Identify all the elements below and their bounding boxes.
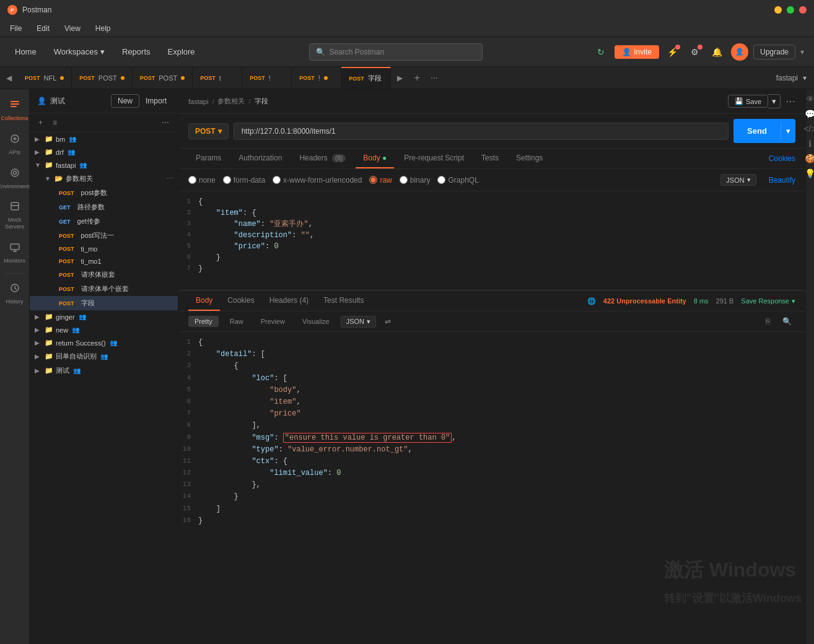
nav-monitors[interactable]: Monitors <box>1 237 28 269</box>
tab-back-button[interactable]: ◀ <box>0 67 17 89</box>
folder-more-button[interactable]: ⋯ <box>166 175 173 183</box>
request-body-single[interactable]: POST 请求体单个嵌套 <box>30 282 178 296</box>
resp-tab-body[interactable]: Body <box>188 291 220 311</box>
cookies-link[interactable]: Cookies <box>769 154 795 163</box>
minimize-button[interactable] <box>774 6 782 14</box>
new-button[interactable]: New <box>111 94 139 108</box>
save-dropdown-button[interactable]: ▾ <box>768 94 781 108</box>
request-body-nested[interactable]: POST 请求体嵌套 <box>30 268 178 282</box>
request-post-method1[interactable]: POST post写法一 <box>30 228 178 243</box>
tab-authorization[interactable]: Authorization <box>231 149 289 168</box>
menu-edit[interactable]: Edit <box>34 23 52 34</box>
format-preview[interactable]: Preview <box>255 316 291 327</box>
menu-help[interactable]: Help <box>93 23 113 34</box>
import-button[interactable]: Import <box>142 94 170 108</box>
tab-add-button[interactable]: + <box>408 67 426 89</box>
request-field[interactable]: POST 字段 <box>30 296 178 310</box>
tab-body[interactable]: Body ● <box>356 149 394 168</box>
request-post-params[interactable]: POST post参数 <box>30 186 178 200</box>
upgrade-button[interactable]: Upgrade <box>753 45 795 59</box>
nav-environments[interactable]: Environments <box>1 162 28 195</box>
tab-more-button[interactable]: ⋯ <box>426 67 443 89</box>
option-form-data[interactable]: form-data <box>223 176 265 185</box>
format-visualize[interactable]: Visualize <box>296 316 336 327</box>
option-binary[interactable]: binary <box>400 176 431 185</box>
tab-headers[interactable]: Headers (8) <box>292 149 353 168</box>
right-sidebar-bulb-icon[interactable]: 💡 <box>805 168 814 178</box>
menu-view[interactable]: View <box>62 23 83 34</box>
resp-tab-cookies[interactable]: Cookies <box>220 291 261 311</box>
resp-tab-headers[interactable]: Headers (4) <box>262 291 316 311</box>
send-main-button[interactable]: Send <box>733 123 781 139</box>
right-sidebar-info-icon[interactable]: ℹ <box>808 139 812 149</box>
collection-auto[interactable]: ▶ 📁 回单自动识别 👥 <box>30 349 178 363</box>
tab-post-1[interactable]: POST POST <box>72 67 132 89</box>
tab-params[interactable]: Params <box>188 149 229 168</box>
url-input[interactable] <box>234 123 729 140</box>
right-sidebar-cookie-icon[interactable]: 🍪 <box>805 154 814 163</box>
filter-button[interactable]: ≡ <box>49 117 61 128</box>
tab-nfl[interactable]: POST NFL <box>17 67 72 89</box>
resp-json-select[interactable]: JSON ▾ <box>341 316 376 328</box>
menu-file[interactable]: File <box>7 23 24 34</box>
collection-fastapi[interactable]: ▼ 📁 fastapi 👥 <box>30 159 178 172</box>
right-sidebar-code-icon[interactable]: </> <box>803 124 814 134</box>
breadcrumb-fastapi[interactable]: fastapi <box>188 98 208 105</box>
search-bar[interactable]: 🔍 Search Postman <box>309 43 483 61</box>
nav-collections[interactable]: Collections <box>1 94 28 127</box>
nav-reports[interactable]: Reports <box>117 45 155 59</box>
nav-mock-servers[interactable]: Mock Servers <box>1 196 28 235</box>
option-raw[interactable]: raw <box>369 176 392 185</box>
option-urlencoded[interactable]: x-www-form-urlencoded <box>273 176 362 185</box>
nav-history[interactable]: History <box>1 277 28 310</box>
workspace-selector[interactable]: fastapi ▾ <box>769 74 814 82</box>
settings-button[interactable]: ⚙ <box>686 43 704 61</box>
folder-params[interactable]: ▼ 📂 参数相关 ⋯ <box>30 172 178 186</box>
request-get-params[interactable]: GET get传参 <box>30 214 178 228</box>
tab-forward-button[interactable]: ▶ <box>391 67 408 89</box>
resp-copy-button[interactable]: ⎘ <box>762 315 774 328</box>
save-response-button[interactable]: Save Response ▾ <box>741 297 795 305</box>
nav-apis[interactable]: APIs <box>1 128 28 161</box>
resp-tab-test-results[interactable]: Test Results <box>316 291 371 311</box>
more-options-button[interactable]: ⋯ <box>158 117 173 128</box>
tab-post-field[interactable]: POST 字段 <box>341 67 391 89</box>
resp-format-button[interactable]: ⇌ <box>381 315 395 328</box>
lightning-button[interactable]: ⚡ <box>664 43 681 61</box>
collection-test[interactable]: ▶ 📁 测试 👥 <box>30 363 178 378</box>
invite-button[interactable]: 👤 Invite <box>615 45 659 59</box>
collection-new[interactable]: ▶ 📁 new 👥 <box>30 323 178 336</box>
user-avatar[interactable]: 👤 <box>731 43 748 61</box>
request-timo1[interactable]: POST ti_mo1 <box>30 255 178 268</box>
nav-explore[interactable]: Explore <box>163 45 200 59</box>
collection-ginger[interactable]: ▶ 📁 ginger 👥 <box>30 310 178 323</box>
beautify-button[interactable]: Beautify <box>769 176 795 185</box>
nav-workspaces[interactable]: Workspaces ▾ <box>49 45 110 59</box>
breadcrumb-params[interactable]: 参数相关 <box>217 97 245 106</box>
sync-button[interactable]: ↻ <box>592 43 610 61</box>
tab-post-2[interactable]: POST POST <box>133 67 193 89</box>
notifications-button[interactable]: 🔔 <box>709 43 726 61</box>
format-raw[interactable]: Raw <box>224 316 250 327</box>
expand-icon[interactable]: ▾ <box>800 48 804 56</box>
save-button[interactable]: 💾 Send New Save <box>728 95 768 108</box>
collection-return[interactable]: ▶ 📁 return Success() 👥 <box>30 336 178 349</box>
collection-drf[interactable]: ▶ 📁 drf 👥 <box>30 146 178 159</box>
send-dropdown-button[interactable]: ▾ <box>781 123 795 139</box>
tab-settings[interactable]: Settings <box>509 149 550 168</box>
option-graphql[interactable]: GraphQL <box>437 176 478 185</box>
json-format-select[interactable]: JSON ▾ <box>720 174 756 186</box>
format-pretty[interactable]: Pretty <box>188 316 219 327</box>
request-body-editor[interactable]: 1 { 2 "item": { 3 "name": "亚索手办", 4 "des… <box>178 191 805 290</box>
tab-prerequest[interactable]: Pre-request Script <box>396 149 471 168</box>
method-select[interactable]: POST ▾ <box>188 123 229 139</box>
send-button[interactable]: Send ▾ <box>733 119 795 143</box>
request-timo[interactable]: POST ti_mo <box>30 243 178 255</box>
tab-post-excl[interactable]: POST ! <box>242 67 292 89</box>
collection-bm[interactable]: ▶ 📁 bm 👥 <box>30 133 178 146</box>
close-button[interactable] <box>799 6 807 14</box>
resp-search-button[interactable]: 🔍 <box>779 315 795 328</box>
maximize-button[interactable] <box>787 6 794 14</box>
right-sidebar-eye-icon[interactable]: 👁 <box>806 94 815 104</box>
right-sidebar-comment-icon[interactable]: 💬 <box>805 109 814 119</box>
